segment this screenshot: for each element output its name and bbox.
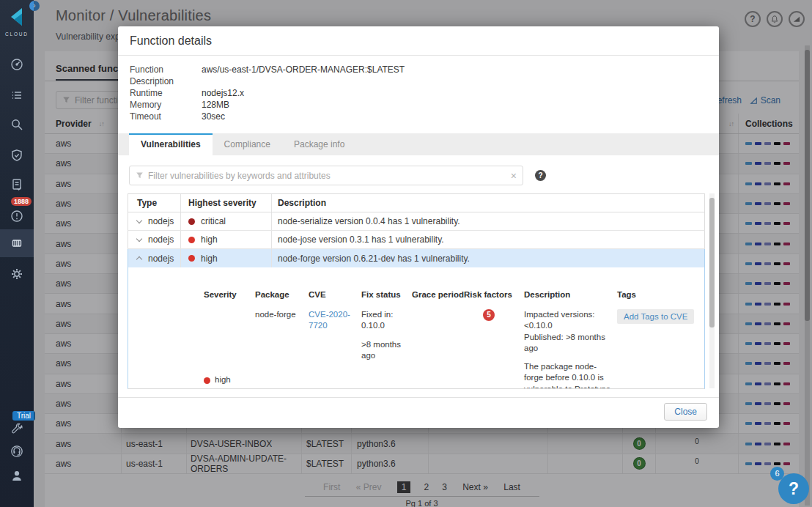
document-check-icon <box>10 177 24 192</box>
detail-description: Impacted versions: <0.10.0 Published: >8… <box>524 309 617 389</box>
vuln-description: node-serialize version 0.0.4 has 1 vulne… <box>272 212 704 230</box>
detail-column-header: Grace period <box>412 289 464 301</box>
modal-footer-divider <box>118 397 719 398</box>
modal-tab-vulnerabilities[interactable]: Vulnerabilities <box>129 133 213 155</box>
vulnerabilities-scrollbar[interactable] <box>709 193 715 388</box>
detail-column-header: Tags <box>617 289 700 301</box>
add-tags-to-cve-button[interactable]: Add Tags to CVE <box>617 309 694 324</box>
vuln-type-cell: nodejs <box>128 212 181 230</box>
field-value: aws/us-east-1/DVSA-ORDER-MANAGER:$LATEST <box>202 64 405 75</box>
vuln-description: node-jose version 0.3.1 has 1 vulnerabil… <box>272 231 704 248</box>
chevron-up-icon[interactable] <box>136 256 142 262</box>
vulnerabilities-table-header: Type Highest severity Description <box>128 193 705 212</box>
vuln-type: nodejs <box>148 234 174 245</box>
vulnerabilities-table: Type Highest severity Description nodejs… <box>128 193 705 389</box>
detail-fix-status: Fixed in: 0.10.0 >8 months ago <box>361 309 412 389</box>
modal-field-row: Timeout30sec <box>130 111 405 122</box>
sidebar-item-settings[interactable] <box>0 260 34 288</box>
help-widget-button[interactable]: ? <box>778 473 809 504</box>
compute-radar-icon <box>10 236 24 251</box>
severity-dot <box>188 218 195 225</box>
sidebar-item-compute[interactable] <box>0 229 34 257</box>
alert-circle-icon <box>10 209 24 223</box>
modal-title: Function details <box>130 34 212 48</box>
severity-label: high <box>201 234 218 245</box>
gear-icon <box>10 267 24 281</box>
alerts-count-badge: 1888 <box>11 197 32 206</box>
field-label: Memory <box>130 99 202 111</box>
detail-package: node-forge <box>255 309 309 389</box>
vulnerability-detail-grid: SeverityPackageCVEFix statusGrace period… <box>204 289 698 389</box>
sidebar-item-policies[interactable] <box>0 81 34 109</box>
detail-column-header: Fix status <box>361 289 412 301</box>
modal-field-row: Runtimenodejs12.x <box>130 87 405 99</box>
field-label: Description <box>130 75 202 87</box>
sidebar-item-profile[interactable] <box>0 462 34 489</box>
sidebar: CLOUD › 1888 Trial <box>0 0 34 507</box>
risk-factors-badge[interactable]: 5 <box>483 309 495 321</box>
severity-dot <box>204 377 210 384</box>
brand-logo[interactable]: CLOUD <box>0 6 34 37</box>
user-avatar-icon <box>10 468 24 483</box>
vulnerability-row[interactable]: nodejshighnode-jose version 0.3.1 has 1 … <box>128 231 705 249</box>
chevron-down-icon[interactable] <box>136 217 142 223</box>
vuln-type-cell: nodejs <box>128 249 181 267</box>
detail-column-header: Risk factors <box>464 289 524 301</box>
sidebar-item-search[interactable] <box>0 111 34 138</box>
severity-dot <box>188 255 195 262</box>
vulnerabilities-filter-input[interactable] <box>148 171 506 181</box>
sidebar-item-audit[interactable] <box>0 171 34 199</box>
vuln-severity-cell: high <box>181 231 272 248</box>
detail-column-header: CVE <box>309 289 361 301</box>
modal-field-row: Functionaws/us-east-1/DVSA-ORDER-MANAGER… <box>130 64 405 75</box>
severity-label: critical <box>201 216 226 226</box>
vulnerabilities-scrollbar-thumb[interactable] <box>709 198 715 327</box>
detail-column-header: Severity <box>204 289 255 301</box>
sidebar-item-dashboard[interactable] <box>0 51 34 78</box>
prisma-cloud-logo-icon <box>6 6 28 28</box>
wrench-icon <box>10 422 24 436</box>
vuln-type-cell: nodejs <box>128 231 181 248</box>
vuln-type: nodejs <box>148 216 174 226</box>
chevron-down-icon[interactable] <box>136 235 142 241</box>
logo-text: CLOUD <box>0 32 34 37</box>
sidebar-item-compliance[interactable] <box>0 141 34 169</box>
modal-header-divider <box>118 55 719 56</box>
clear-filter-icon[interactable]: × <box>511 170 517 182</box>
severity-label: high <box>201 253 218 264</box>
modal-fields: Functionaws/us-east-1/DVSA-ORDER-MANAGER… <box>130 64 405 122</box>
gauge-icon <box>10 57 24 72</box>
detail-severity: high <box>204 309 255 389</box>
modal-tab-compliance[interactable]: Compliance <box>213 133 282 155</box>
detail-grace-period <box>412 309 464 389</box>
function-details-modal: Function details Functionaws/us-east-1/D… <box>118 26 719 428</box>
field-label: Timeout <box>130 111 202 122</box>
funnel-icon <box>136 171 144 180</box>
modal-field-row: Memory128MB <box>130 99 405 111</box>
field-label: Function <box>130 64 202 75</box>
vuln-description: node-forge version 0.6.21-dev has 1 vuln… <box>272 249 704 267</box>
field-value: 128MB <box>202 99 229 111</box>
vulnerability-row[interactable]: nodejshighnode-forge version 0.6.21-dev … <box>128 249 705 267</box>
vulnerabilities-filter[interactable]: × <box>129 166 523 185</box>
filter-help-icon[interactable]: ? <box>535 170 546 181</box>
vuln-type: nodejs <box>148 253 174 264</box>
shield-check-icon <box>10 148 24 163</box>
close-button[interactable]: Close <box>664 403 707 421</box>
description-column-header: Description <box>272 194 704 212</box>
headset-icon <box>10 444 24 459</box>
search-icon <box>10 117 24 132</box>
field-label: Runtime <box>130 87 202 99</box>
vulnerability-row[interactable]: nodejscriticalnode-serialize version 0.0… <box>128 212 705 231</box>
modal-field-row: Description <box>130 75 405 87</box>
sidebar-item-alerts[interactable] <box>0 202 34 230</box>
vuln-severity-cell: critical <box>181 212 272 230</box>
severity-dot <box>188 237 195 243</box>
detail-risk-factors: 5 <box>464 309 524 389</box>
vulnerability-detail-panel: SeverityPackageCVEFix statusGrace period… <box>128 267 705 389</box>
cve-link[interactable]: CVE-2020-7720 <box>309 310 350 330</box>
vulnerabilities-table-body: nodejscriticalnode-serialize version 0.0… <box>128 212 705 267</box>
modal-tab-package-info[interactable]: Package info <box>282 133 356 155</box>
vuln-severity-cell: high <box>181 249 272 267</box>
modal-tabs: VulnerabilitiesCompliancePackage info <box>118 133 719 155</box>
